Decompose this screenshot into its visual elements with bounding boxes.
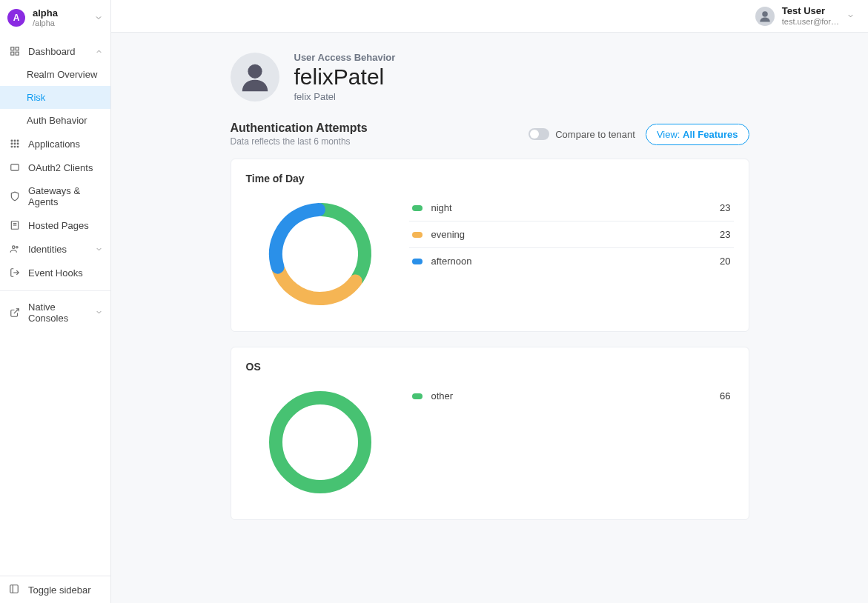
sidebar-item-label: OAuth2 Clients (28, 162, 103, 173)
chart-card-os: OSother66 (231, 347, 749, 520)
separator (0, 290, 110, 291)
legend-swatch (412, 205, 423, 211)
card-title: OS (246, 361, 734, 373)
card-title: Time of Day (246, 173, 734, 184)
sidebar-item-label: Dashboard (28, 46, 95, 57)
legend-value: 23 (720, 202, 730, 213)
svg-rect-2 (16, 52, 19, 55)
logout-icon (9, 267, 21, 279)
sidebar-item-event-hooks[interactable]: Event Hooks (0, 261, 110, 284)
sidebar-item-realm-overview[interactable]: Realm Overview (0, 63, 110, 86)
section-title: Authentication Attempts (231, 121, 368, 135)
view-features-button[interactable]: View: All Features (646, 124, 749, 145)
profile-header: User Access Behavior felixPatel felix Pa… (231, 52, 749, 102)
sidebar-item-label: Gateways & Agents (28, 185, 103, 207)
identities-icon (9, 243, 21, 255)
sidebar-item-applications[interactable]: Applications (0, 132, 110, 156)
svg-point-18 (16, 247, 18, 248)
chevron-down-icon (95, 245, 103, 253)
chevron-down-icon (847, 12, 855, 20)
legend-row: evening23 (409, 221, 734, 248)
sidebar-item-label: Identities (28, 244, 95, 255)
external-icon (9, 307, 21, 319)
donut-chart (246, 383, 394, 502)
legend-row: afternoon20 (409, 248, 734, 274)
svg-point-9 (17, 143, 19, 144)
donut-segment (276, 398, 365, 487)
sidebar: A alpha /alpha DashboardRealm OverviewRi… (0, 0, 111, 603)
svg-point-4 (11, 140, 13, 141)
legend-swatch (412, 393, 423, 399)
compare-label: Compare to tenant (555, 129, 635, 140)
view-prefix: View: (657, 129, 683, 140)
avatar (755, 7, 775, 26)
apps-icon (9, 138, 21, 150)
chart-card-time-of-day: Time of Daynight23evening23afternoon20 (231, 159, 749, 332)
svg-rect-3 (11, 52, 14, 55)
sidebar-item-label: Risk (27, 92, 103, 103)
sidebar-item-oauth2-clients[interactable]: OAuth2 Clients (0, 156, 110, 179)
legend-value: 66 (720, 390, 730, 402)
legend-label: evening (431, 229, 720, 240)
svg-point-8 (14, 143, 16, 144)
svg-point-12 (17, 146, 19, 147)
dashboard-icon (9, 45, 21, 57)
sidebar-item-hosted-pages[interactable]: Hosted Pages (0, 213, 110, 237)
section-subtitle: Data reflects the last 6 months (231, 136, 368, 147)
svg-rect-29 (10, 585, 19, 593)
svg-point-31 (762, 11, 768, 17)
nav: DashboardRealm OverviewRiskAuth Behavior… (0, 35, 110, 286)
oauth-icon (9, 161, 21, 173)
svg-point-5 (14, 140, 16, 141)
sidebar-item-label: Auth Behavior (27, 115, 103, 126)
sidebar-item-identities[interactable]: Identities (0, 237, 110, 261)
svg-rect-0 (11, 47, 14, 50)
svg-rect-1 (16, 47, 19, 50)
sidebar-item-label: Hosted Pages (28, 220, 103, 231)
sidebar-item-label: Realm Overview (27, 69, 103, 80)
legend-label: night (431, 202, 720, 213)
svg-point-6 (17, 140, 19, 141)
svg-point-11 (14, 146, 16, 147)
legend-label: afternoon (431, 256, 720, 267)
legend-value: 20 (720, 256, 730, 267)
user-switcher[interactable]: Test User test.user@for… (755, 5, 855, 27)
svg-point-17 (13, 246, 16, 249)
chevron-down-icon (95, 308, 103, 316)
sidebar-item-risk-administration[interactable]: Risk Administration (0, 284, 110, 286)
sidebar-item-label: Native Consoles (28, 302, 95, 324)
sidebar-item-auth-behavior[interactable]: Auth Behavior (0, 109, 110, 132)
donut-chart (246, 195, 394, 313)
svg-point-7 (11, 143, 13, 144)
sidebar-item-dashboard[interactable]: Dashboard (0, 39, 110, 63)
chart-legend: other66 (409, 383, 734, 409)
tenant-avatar: A (7, 9, 25, 27)
page-title: felixPatel (294, 64, 396, 90)
breadcrumb: User Access Behavior (294, 52, 396, 63)
compare-toggle[interactable]: Compare to tenant (529, 128, 635, 140)
collapse-icon (9, 584, 21, 596)
chevron-down-icon (94, 13, 103, 22)
view-value: All Features (683, 129, 738, 140)
svg-point-10 (11, 146, 13, 147)
tenant-switcher[interactable]: A alpha /alpha (0, 0, 110, 35)
sidebar-item-gateways-agents[interactable]: Gateways & Agents (0, 179, 110, 213)
user-email: test.user@for… (782, 17, 839, 27)
toggle-switch-icon (529, 128, 549, 140)
legend-row: other66 (409, 383, 734, 409)
toggle-sidebar-button[interactable]: Toggle sidebar (0, 576, 110, 603)
avatar (231, 53, 279, 101)
legend-swatch (412, 232, 423, 238)
sidebar-item-native-consoles[interactable]: Native Consoles (0, 296, 110, 330)
svg-rect-13 (11, 164, 19, 170)
chart-legend: night23evening23afternoon20 (409, 195, 734, 274)
legend-value: 23 (720, 229, 730, 240)
legend-swatch (412, 259, 423, 264)
topbar: Test User test.user@for… (111, 0, 868, 33)
sidebar-item-risk[interactable]: Risk (0, 86, 110, 109)
profile-fullname: felix Patel (294, 91, 396, 102)
sidebar-item-label: Event Hooks (28, 267, 103, 279)
svg-point-32 (248, 64, 262, 79)
legend-row: night23 (409, 195, 734, 221)
sidebar-item-label: Applications (28, 139, 103, 150)
